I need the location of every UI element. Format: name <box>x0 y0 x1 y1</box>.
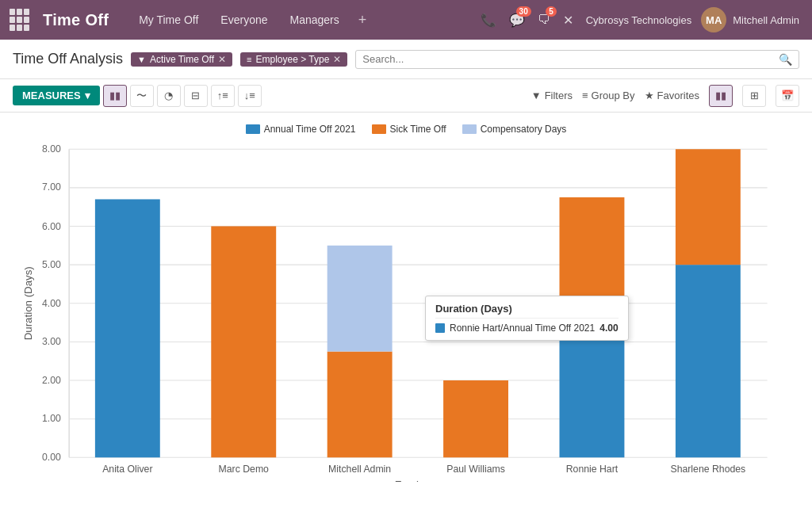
sort-asc-icon: ↑≡ <box>217 90 228 101</box>
svg-text:Mitchell Admin: Mitchell Admin <box>328 464 391 475</box>
legend-item-compensatory: Compensatory Days <box>462 124 567 135</box>
svg-text:Marc Demo: Marc Demo <box>219 464 270 475</box>
bar-mitchell-sick[interactable] <box>327 352 393 458</box>
svg-text:Duration (Days): Duration (Days) <box>22 266 34 340</box>
svg-text:5.00: 5.00 <box>42 259 61 270</box>
svg-text:Sharlene Rhodes: Sharlene Rhodes <box>670 464 745 475</box>
table-view-button[interactable]: ⊞ <box>742 85 766 107</box>
chart-legend: Annual Time Off 2021 Sick Time Off Compe… <box>13 124 799 135</box>
remove-active-time-off-filter[interactable]: ✕ <box>218 54 226 65</box>
star-icon: ★ <box>645 90 654 101</box>
legend-swatch-compensatory <box>462 124 477 134</box>
tooltip-row: Ronnie Hart/Annual Time Off 2021 4.00 <box>435 323 619 334</box>
bar-chart-svg: 0.00 1.00 2.00 3.00 4.00 5.00 6.00 7.00 … <box>13 141 799 482</box>
bar-anita-annual[interactable] <box>95 199 160 457</box>
calendar-view-button[interactable]: 📅 <box>776 85 799 107</box>
search-icon: 🔍 <box>779 53 792 66</box>
filter-employee-type-label: Employee > Type <box>256 54 330 65</box>
company-name: Cybrosys Technologies <box>580 14 698 26</box>
nav-everyone[interactable]: Everyone <box>209 0 278 40</box>
chart-tooltip: Duration (Days) Ronnie Hart/Annual Time … <box>425 296 629 341</box>
groupby-icon: ≡ <box>582 90 588 101</box>
search-input[interactable] <box>362 53 779 65</box>
line-chart-icon: 〜 <box>136 89 147 103</box>
chat-badge: 30 <box>516 6 531 17</box>
chart-view-button[interactable]: ▮▮ <box>709 85 733 107</box>
pie-chart-icon: ◔ <box>164 90 173 101</box>
active-time-off-filter[interactable]: ▼ Active Time Off ✕ <box>131 52 232 67</box>
stack-button[interactable]: ⊟ <box>184 85 208 107</box>
bar-sharlene-sick[interactable] <box>676 149 741 265</box>
main-content: Annual Time Off 2021 Sick Time Off Compe… <box>0 113 812 523</box>
toolbar: MEASURES ▾ ▮▮ 〜 ◔ ⊟ ↑≡ ↓≡ ▼ Filters ≡ Gr… <box>0 79 812 113</box>
filter-icon: ▼ <box>531 90 542 101</box>
nav-my-time-off[interactable]: My Time Off <box>128 0 209 40</box>
svg-text:0.00: 0.00 <box>42 452 61 463</box>
filter-list-icon: ≡ <box>247 55 251 64</box>
app-title: Time Off <box>43 11 109 29</box>
messages-icon[interactable]: 🗨 5 <box>531 0 557 40</box>
legend-label-sick: Sick Time Off <box>390 124 446 135</box>
measures-chevron-icon: ▾ <box>85 90 90 101</box>
top-navigation: Time Off My Time Off Everyone Managers +… <box>0 0 812 40</box>
legend-swatch-sick <box>372 124 386 134</box>
remove-employee-type-filter[interactable]: ✕ <box>333 54 341 65</box>
chart-area: Annual Time Off 2021 Sick Time Off Compe… <box>0 113 812 523</box>
filter-funnel-icon: ▼ <box>137 55 146 64</box>
group-by-button[interactable]: ≡ Group By <box>582 90 635 101</box>
legend-label-compensatory: Compensatory Days <box>481 124 567 135</box>
legend-label-annual: Annual Time Off 2021 <box>264 124 356 135</box>
app-grid-icon[interactable] <box>10 9 32 31</box>
line-chart-button[interactable]: 〜 <box>130 85 154 107</box>
bar-mitchell-compensatory[interactable] <box>327 246 393 352</box>
page-title: Time Off Analysis <box>13 51 123 67</box>
stack-icon: ⊟ <box>191 90 200 101</box>
svg-text:2.00: 2.00 <box>42 375 61 386</box>
chart-container[interactable]: 0.00 1.00 2.00 3.00 4.00 5.00 6.00 7.00 … <box>13 141 799 482</box>
svg-text:7.00: 7.00 <box>42 181 61 193</box>
svg-text:8.00: 8.00 <box>42 143 61 155</box>
svg-text:3.00: 3.00 <box>42 336 61 347</box>
nav-managers[interactable]: Managers <box>279 0 350 40</box>
legend-swatch-annual <box>246 124 260 134</box>
subheader-bar: Time Off Analysis ▼ Active Time Off ✕ ≡ … <box>0 40 812 79</box>
settings-icon[interactable]: ✕ <box>557 0 580 40</box>
table-view-icon: ⊞ <box>750 90 759 101</box>
svg-text:1.00: 1.00 <box>42 413 61 424</box>
svg-text:Anita Oliver: Anita Oliver <box>102 464 152 475</box>
svg-text:Employee: Employee <box>395 479 442 482</box>
user-name[interactable]: Mitchell Admin <box>730 14 802 26</box>
calendar-view-icon: 📅 <box>781 90 794 101</box>
chat-icon[interactable]: 💬 30 <box>503 0 531 40</box>
measures-button[interactable]: MEASURES ▾ <box>13 86 100 105</box>
bar-chart-button[interactable]: ▮▮ <box>103 85 127 107</box>
group-asc-button[interactable]: ↑≡ <box>211 85 235 107</box>
svg-text:Paul Williams: Paul Williams <box>446 464 505 475</box>
group-desc-button[interactable]: ↓≡ <box>238 85 262 107</box>
pie-chart-button[interactable]: ◔ <box>157 85 181 107</box>
chart-view-icon: ▮▮ <box>715 90 726 101</box>
add-menu-button[interactable]: + <box>350 0 375 40</box>
toolbar-right: ▼ Filters ≡ Group By ★ Favorites ▮▮ ⊞ 📅 <box>531 85 799 107</box>
legend-item-annual: Annual Time Off 2021 <box>246 124 356 135</box>
tooltip-swatch <box>435 323 445 333</box>
bar-chart-icon: ▮▮ <box>109 90 121 101</box>
svg-text:6.00: 6.00 <box>42 221 61 232</box>
bar-paul-sick[interactable] <box>443 380 508 457</box>
phone-icon[interactable]: 📞 <box>474 0 503 40</box>
tooltip-title: Duration (Days) <box>435 303 619 319</box>
filters-button[interactable]: ▼ Filters <box>531 90 573 101</box>
search-box[interactable]: 🔍 <box>355 50 799 69</box>
bar-ronnie-sick[interactable] <box>560 197 625 303</box>
svg-text:4.00: 4.00 <box>42 298 61 309</box>
legend-item-sick: Sick Time Off <box>372 124 446 135</box>
user-avatar[interactable]: MA <box>701 7 726 32</box>
bar-sharlene-annual[interactable] <box>676 265 741 457</box>
messages-badge: 5 <box>546 6 557 17</box>
tooltip-label: Ronnie Hart/Annual Time Off 2021 <box>450 323 595 334</box>
favorites-button[interactable]: ★ Favorites <box>645 90 699 101</box>
employee-type-filter[interactable]: ≡ Employee > Type ✕ <box>240 52 347 67</box>
bar-marc-sick[interactable] <box>211 227 276 458</box>
tooltip-value: 4.00 <box>599 323 618 334</box>
filter-active-time-off-label: Active Time Off <box>150 54 214 65</box>
